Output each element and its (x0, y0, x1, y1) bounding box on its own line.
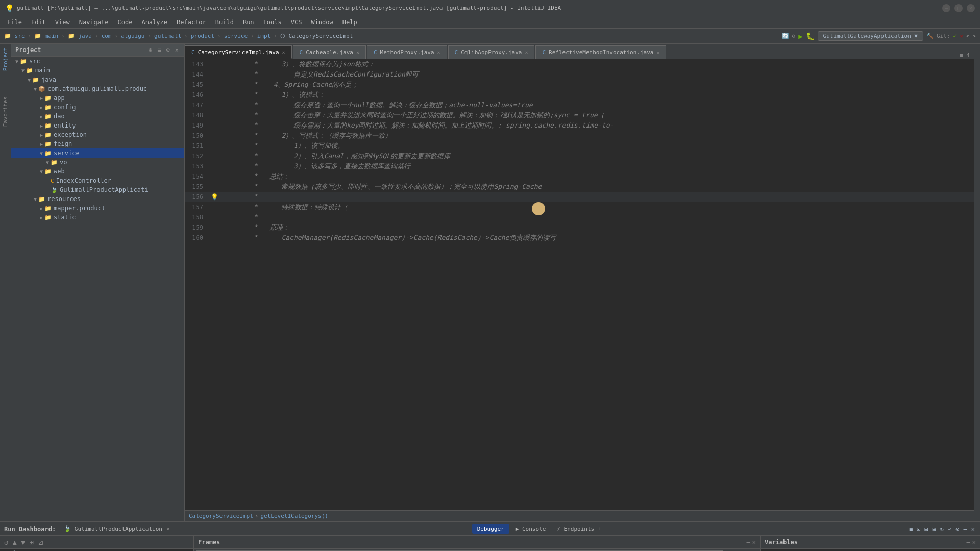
run-config-selector[interactable]: GulimallGatewayApplication ▼ (818, 31, 923, 41)
panel-tab-endpoints[interactable]: ⚡ Endpoints + (552, 524, 606, 534)
nav-service[interactable]: service (224, 33, 248, 39)
variables-collapse-btn[interactable]: — (967, 539, 970, 546)
tree-node-resources[interactable]: ▼ 📁 resources (11, 194, 184, 204)
menu-file[interactable]: File (3, 18, 26, 27)
nav-atguigu[interactable]: atguigu (121, 33, 144, 39)
toolbar-icon-x[interactable]: ✕ (960, 33, 963, 39)
frames-collapse-btn[interactable]: — (747, 539, 750, 546)
tab-cacheable[interactable]: C Cacheable.java ✕ (293, 45, 366, 59)
tree-locate-btn[interactable]: ⊕ (147, 46, 154, 54)
variables-expand-btn[interactable]: ✕ (972, 539, 976, 546)
panel-icon-7[interactable]: ⊗ (954, 524, 960, 534)
panel-close-btn[interactable]: — (963, 524, 968, 534)
tab-reflectivemethodinvocation[interactable]: C ReflectiveMethodInvocation.java ✕ (535, 45, 666, 59)
sidebar-icon-project[interactable]: Project (1, 46, 10, 72)
menu-run[interactable]: Run (239, 18, 258, 27)
toolbar-icon-debug[interactable]: 🐛 (806, 32, 815, 40)
tree-node-static[interactable]: ▶ 📁 static (11, 213, 184, 222)
tree-node-service[interactable]: ▼ 📁 service (11, 148, 184, 158)
tree-collapse-btn[interactable]: ≡ (156, 46, 162, 54)
tree-node-entity[interactable]: ▶ 📁 entity (11, 121, 184, 130)
toolbar-icon-redo[interactable]: ↷ (972, 33, 976, 39)
tree-node-web[interactable]: ▼ 📁 web (11, 167, 184, 176)
run-btn-restart[interactable]: ↺ (3, 537, 9, 547)
tree-node-vo[interactable]: ▼ 📁 vo (11, 158, 184, 167)
menu-navigate[interactable]: Navigate (75, 18, 113, 27)
nav-class[interactable]: ⬡ CategoryServiceImpl (280, 33, 353, 39)
toolbar-icon-checkmark[interactable]: ✓ (953, 33, 957, 39)
run-app-close[interactable]: ✕ (166, 525, 170, 532)
tab-close[interactable]: ✕ (437, 49, 440, 55)
panel-icon-4[interactable]: ⊞ (932, 524, 937, 534)
minimize-button[interactable]: — (942, 4, 950, 12)
menu-window[interactable]: Window (307, 18, 337, 27)
toolbar-icon-settings[interactable]: ⚙ (792, 33, 796, 39)
sidebar-icon-favorites[interactable]: Favorites (1, 95, 10, 129)
menu-code[interactable]: Code (114, 18, 137, 27)
tree-settings-btn[interactable]: ⚙ (165, 46, 172, 54)
tree-label: exception (54, 131, 87, 138)
panel-layout-icon[interactable]: ≡ (908, 524, 914, 534)
frames-expand-btn[interactable]: ✕ (752, 539, 756, 546)
run-btn-grid[interactable]: ⊞ (28, 537, 34, 547)
tree-node-exception[interactable]: ▶ 📁 exception (11, 130, 184, 139)
tree-node-package[interactable]: ▼ 📦 com.atguigu.gulimall.produc (11, 84, 184, 93)
maximize-button[interactable]: □ (954, 4, 963, 12)
close-button[interactable]: ✕ (967, 4, 975, 12)
toolbar-icon-run[interactable]: ▶ (798, 32, 802, 40)
tab-categoryserviceimpl[interactable]: C CategoryServiceImpl.java ✕ (185, 45, 292, 59)
tree-node-dao[interactable]: ▶ 📁 dao (11, 112, 184, 121)
panel-icon-3[interactable]: ⊟ (923, 524, 929, 534)
tab-close[interactable]: ✕ (282, 49, 285, 55)
tab-close[interactable]: ✕ (656, 49, 659, 55)
panel-icon-6[interactable]: ⊸ (947, 524, 952, 534)
menu-help[interactable]: Help (338, 18, 361, 27)
breadcrumb-method[interactable]: getLevel1Categorys() (260, 513, 328, 519)
menu-analyze[interactable]: Analyze (137, 18, 172, 27)
tree-node-feign[interactable]: ▶ 📁 feign (11, 139, 184, 148)
tree-node-java[interactable]: ▼ 📁 java (11, 75, 184, 84)
tree-close-btn[interactable]: ✕ (174, 46, 180, 54)
toolbar-icon-build[interactable]: 🔨 (926, 33, 934, 39)
run-btn-down[interactable]: ▼ (20, 537, 26, 547)
menu-build[interactable]: Build (211, 18, 238, 27)
menu-vcs[interactable]: VCS (287, 18, 306, 27)
menu-edit[interactable]: Edit (27, 18, 50, 27)
nav-gulimall[interactable]: gulimall (154, 33, 181, 39)
menu-refactor[interactable]: Refactor (173, 18, 210, 27)
menu-tools[interactable]: Tools (259, 18, 286, 27)
nav-main[interactable]: 📁 main (34, 33, 58, 39)
tab-cglibaopproxy[interactable]: C CglibAopProxy.java ✕ (448, 45, 535, 59)
toolbar-icon-sync[interactable]: 🔄 (782, 33, 789, 39)
tree-node-config[interactable]: ▶ 📁 config (11, 103, 184, 112)
tree-node-mapper[interactable]: ▶ 📁 mapper.product (11, 204, 184, 213)
tab-methodproxy[interactable]: C MethodProxy.java ✕ (367, 45, 447, 59)
run-btn-filter[interactable]: ⊿ (37, 537, 45, 547)
tree-node-app-main[interactable]: ▶ 🍃 GulimallProductApplicati (11, 185, 184, 194)
tree-node-indexcontroller[interactable]: ▶ C IndexController (11, 176, 184, 185)
toolbar-icon-undo[interactable]: ↶ (966, 33, 970, 39)
lightbulb-icon[interactable]: 💡 (211, 192, 218, 202)
nav-product[interactable]: product (191, 33, 214, 39)
code-editor[interactable]: 143 * 3）、将数据保存为json格式： 144 * 自定义RedisCac… (185, 59, 974, 510)
breadcrumb-class[interactable]: CategoryServiceImpl (189, 513, 253, 519)
tab-close[interactable]: ✕ (356, 49, 359, 55)
menu-view[interactable]: View (51, 18, 74, 27)
nav-com[interactable]: com (102, 33, 112, 39)
panel-tab-console[interactable]: ▶ Console (510, 524, 551, 534)
panel-icon-2[interactable]: ⊡ (916, 524, 921, 534)
tree-node-main[interactable]: ▼ 📁 main (11, 66, 184, 75)
toolbar-icon-git[interactable]: Git: (937, 33, 950, 39)
run-spring-boot-header[interactable]: ▼ 🍃 Spring Boot (0, 549, 193, 551)
nav-src[interactable]: 📁 src (4, 33, 25, 39)
panel-icon-5[interactable]: ↻ (939, 524, 945, 534)
panel-tab-debugger[interactable]: Debugger (472, 524, 509, 534)
panel-minimize-btn[interactable]: ✕ (970, 524, 976, 534)
tab-close[interactable]: ✕ (525, 49, 528, 55)
run-btn-up[interactable]: ▲ (11, 537, 17, 547)
tree-node-src[interactable]: ▼ 📁 src (11, 57, 184, 66)
tree-node-app[interactable]: ▶ 📁 app (11, 93, 184, 103)
nav-impl[interactable]: impl (257, 33, 271, 39)
window-controls[interactable]: — □ ✕ (942, 4, 975, 12)
nav-java[interactable]: 📁 java (68, 33, 92, 39)
